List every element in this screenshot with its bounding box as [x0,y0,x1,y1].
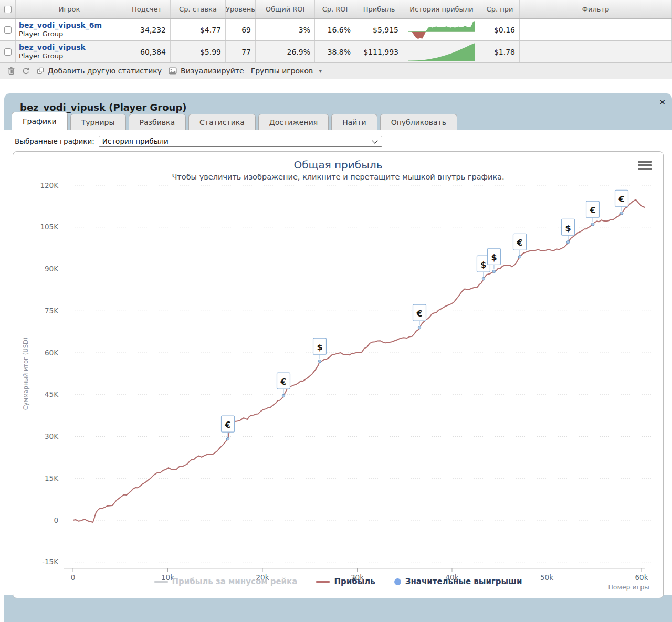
chevron-down-icon: ▾ [319,68,322,75]
svg-text:$: $ [480,260,486,270]
table-row: bez_vodi_vipusk_6m Player Group 34,232 $… [0,19,672,41]
svg-text:30K: 30K [45,432,59,440]
line-swatch-icon [154,581,168,583]
copy-icon [37,67,44,75]
svg-text:€: € [589,205,595,215]
cell-profit: $5,915 [355,19,403,40]
col-level[interactable]: Уровень [226,0,256,18]
profit-history-sparkline [408,43,475,61]
tab-achievements[interactable]: Достижения [258,114,329,130]
dot-swatch-icon [394,578,401,585]
cell-total-roi: 26.9% [256,41,315,62]
hamburger-menu-icon[interactable] [638,161,652,170]
legend-item-profit[interactable]: Прибыль [316,577,375,586]
svg-text:$: $ [491,252,497,262]
col-profit-history[interactable]: История прибыли [403,0,480,18]
profit-chart-panel: Общая прибыль Чтобы увеличить изображени… [13,151,664,598]
player-type: Player Group [19,52,63,60]
cell-avg-roi: 16.6% [315,19,355,40]
table-header-row: Игрок Подсчет Ср. ставка Уровень Общий R… [0,0,672,19]
svg-text:15K: 15K [45,474,59,482]
panel-title: bez_vodi_vipusk (Player Group) [4,93,672,112]
col-player[interactable]: Игрок [16,0,123,18]
svg-text:0: 0 [54,516,58,524]
cell-level: 77 [226,41,256,62]
player-group-panel: ✕ bez_vodi_vipusk (Player Group) Графики… [4,93,672,622]
svg-text:-15K: -15K [42,557,59,566]
table-row: bez_vodi_vipusk Player Group 60,384 $5.9… [0,41,672,63]
cell-avg-roi: 38.8% [315,41,355,62]
player-groups-label: Группы игроков [251,67,313,75]
svg-text:€: € [416,309,422,319]
trash-icon[interactable] [7,67,15,75]
col-avg-stake[interactable]: Ср. ставка [171,0,226,18]
col-filter[interactable]: Фильтр [520,0,672,18]
y-axis-title: Суммарный итог (USD) [22,338,29,410]
profit-chart-svg[interactable]: 120K105K90K75K60K45K30K15K0-15K010k20k30… [13,152,667,598]
line-swatch-icon [316,581,330,583]
selected-graphs-label: Выбранные графики: [15,137,94,145]
tab-publish[interactable]: Опубликовать [380,114,457,130]
col-count[interactable]: Подсчет [123,0,171,18]
svg-text:120K: 120K [40,181,59,189]
tab-tournaments[interactable]: Турниры [70,114,126,130]
panel-tabs: Графики Турниры Разбивка Статистика Дост… [4,112,672,130]
svg-text:€: € [280,377,286,387]
add-stat-button[interactable]: Добавить другую статистику [37,67,162,75]
cell-filter [520,41,672,62]
cell-level: 69 [226,19,256,40]
legend-item-rake-adjusted[interactable]: Прибыль за минусом рейка [154,577,298,586]
tab-statistics[interactable]: Статистика [188,114,256,130]
axis-labels: 120K105K90K75K60K45K30K15K0-15K010k20k30… [40,181,648,582]
row-checkbox[interactable] [4,26,12,34]
close-icon[interactable]: ✕ [659,98,666,107]
cell-sparkline [403,41,480,62]
legend-item-significant-wins[interactable]: Значительные выигрыши [394,577,522,586]
chart-title: Общая прибыль [13,159,663,171]
graph-select[interactable]: История прибыли [99,136,382,147]
cell-count: 60,384 [123,41,171,62]
image-icon [169,67,177,75]
svg-text:$: $ [317,342,322,352]
profit-history-sparkline [408,20,475,39]
tab-breakdown[interactable]: Разбивка [129,114,186,130]
visualize-button[interactable]: Визуализируйте [169,67,244,75]
svg-text:75K: 75K [45,307,59,315]
col-profit[interactable]: Прибыль [355,0,403,18]
cell-count: 34,232 [123,19,171,40]
player-type: Player Group [19,30,63,38]
svg-text:60K: 60K [45,349,59,357]
cell-avg-stake: $4.77 [171,19,226,40]
cell-sparkline [403,19,480,40]
player-link[interactable]: bez_vodi_vipusk [19,43,86,52]
svg-text:45K: 45K [45,390,59,398]
cell-profit: $111,993 [355,41,403,62]
cell-total-roi: 3% [256,19,315,40]
tab-find[interactable]: Найти [331,114,377,130]
svg-text:€: € [618,194,624,204]
player-link[interactable]: bez_vodi_vipusk_6m [19,21,102,30]
cell-avg-prize: $0.16 [480,19,520,40]
graph-select-value: История прибыли [102,137,169,145]
svg-text:105K: 105K [40,223,59,231]
col-avg-roi[interactable]: Ср. ROI [315,0,355,18]
row-checkbox[interactable] [4,48,12,56]
chevron-down-icon [372,138,377,143]
add-stat-label: Добавить другую статистику [48,67,162,75]
panel-content: Выбранные графики: История прибыли Общая… [4,130,672,595]
col-total-roi[interactable]: Общий ROI [256,0,315,18]
tab-graphs[interactable]: Графики [12,112,68,130]
select-all-checkbox[interactable] [4,6,12,13]
chart-subtitle: Чтобы увеличить изображение, кликните и … [13,173,663,181]
svg-text:€: € [224,420,230,430]
player-groups-dropdown[interactable]: Группы игроков ▾ [251,67,322,75]
cell-filter [520,19,672,40]
refresh-icon[interactable] [22,67,30,75]
significant-win-markers[interactable]: €€$€$$€$€€ [222,190,628,440]
table-toolbar: Добавить другую статистику Визуализируйт… [0,63,672,79]
col-avg-prize[interactable]: Ср. при [480,0,520,18]
cell-avg-prize: $1.78 [480,41,520,62]
svg-text:€: € [516,238,522,248]
player-table: Игрок Подсчет Ср. ставка Уровень Общий R… [0,0,672,79]
header-checkbox-cell [0,0,16,18]
